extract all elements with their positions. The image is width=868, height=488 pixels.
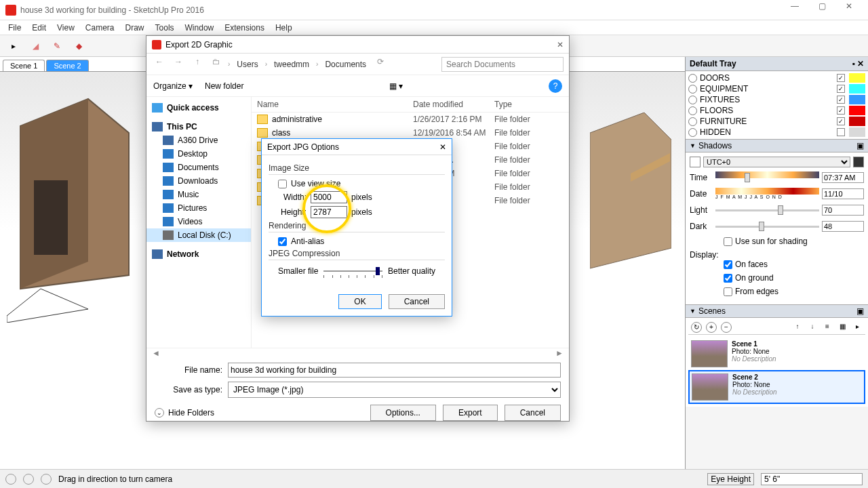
forward-icon[interactable]: → — [171, 57, 186, 72]
time-input[interactable] — [822, 172, 864, 183]
eye-height-input[interactable] — [761, 473, 863, 485]
menu-tools[interactable]: Tools — [150, 22, 180, 34]
layer-visible-checkbox[interactable] — [837, 106, 845, 115]
sidebar-item-quickaccess[interactable]: Quick access — [146, 101, 251, 115]
status-icon[interactable] — [23, 474, 34, 485]
organize-button[interactable]: Organize ▾ — [153, 81, 193, 91]
layer-visible-checkbox[interactable] — [837, 74, 845, 82]
ok-button[interactable]: OK — [338, 294, 381, 309]
sidebar-item-thispc[interactable]: This PC — [146, 120, 251, 134]
menu-camera[interactable]: Camera — [80, 22, 120, 34]
layer-visible-checkbox[interactable] — [837, 117, 845, 125]
status-icon[interactable] — [5, 474, 16, 485]
chevron-down-icon[interactable]: ⌄ — [155, 408, 164, 418]
new-folder-button[interactable]: New folder — [205, 81, 243, 91]
file-row[interactable]: class12/19/2016 8:54 AMFile folder — [252, 126, 569, 140]
sidebar-item-network[interactable]: Network — [146, 247, 251, 261]
options-button[interactable]: Options... — [370, 405, 436, 421]
sidebar-item[interactable]: Music — [146, 188, 251, 201]
scene-tab-2[interactable]: Scene 2 — [46, 60, 88, 71]
scene-item[interactable]: Scene 2 Photo: None No Description — [688, 370, 865, 404]
dark-input[interactable] — [822, 221, 864, 232]
layer-radio[interactable] — [688, 96, 697, 104]
shadows-panel-header[interactable]: ▼Shadows▣ — [686, 139, 868, 152]
light-slider[interactable] — [715, 204, 819, 216]
sidebar-item[interactable]: Downloads — [146, 174, 251, 188]
cancel-button[interactable]: Cancel — [505, 405, 561, 421]
close-icon[interactable]: ✕ — [557, 40, 564, 49]
sidebar-item-localdisk[interactable]: Local Disk (C:) — [146, 228, 251, 242]
col-type[interactable]: Type — [494, 100, 512, 109]
layer-swatch[interactable] — [849, 117, 865, 126]
cancel-button[interactable]: Cancel — [389, 294, 445, 309]
height-input[interactable] — [311, 206, 347, 218]
layer-radio[interactable] — [688, 74, 697, 83]
status-icon[interactable] — [41, 474, 52, 485]
quality-slider[interactable] — [323, 264, 382, 278]
filename-input[interactable] — [228, 363, 561, 378]
layer-radio[interactable] — [688, 128, 697, 137]
menu-extensions[interactable]: Extensions — [219, 22, 270, 34]
scene-refresh-icon[interactable]: ↻ — [691, 322, 702, 333]
date-input[interactable] — [822, 188, 864, 199]
use-view-size-checkbox[interactable] — [278, 180, 287, 188]
scene-tab-1[interactable]: Scene 1 — [3, 60, 45, 71]
scroll-right-icon[interactable]: ► — [555, 348, 564, 357]
close-icon[interactable]: ▣ — [856, 141, 864, 150]
layer-swatch[interactable] — [849, 95, 865, 104]
col-date[interactable]: Date modified — [413, 100, 494, 109]
sidebar-item[interactable]: Pictures — [146, 201, 251, 215]
layer-radio[interactable] — [688, 106, 697, 115]
search-input[interactable] — [441, 57, 564, 72]
from-edges-checkbox[interactable] — [724, 287, 732, 296]
minimize-button[interactable]: — — [781, 1, 808, 19]
menu-window[interactable]: Window — [180, 22, 220, 34]
layer-visible-checkbox[interactable] — [837, 85, 845, 93]
width-input[interactable] — [311, 191, 347, 203]
scroll-left-icon[interactable]: ◄ — [152, 348, 160, 357]
close-icon[interactable]: ▣ — [856, 306, 864, 316]
view-mode-icon[interactable]: ▦ ▾ — [389, 81, 403, 91]
menu-draw[interactable]: Draw — [120, 22, 150, 34]
light-input[interactable] — [822, 205, 864, 216]
up-icon[interactable]: ↑ — [190, 57, 205, 72]
close-button[interactable]: ✕ — [835, 1, 863, 19]
scene-item[interactable]: Scene 1 Photo: None No Description — [688, 338, 865, 370]
menu-view[interactable]: View — [52, 22, 80, 34]
timezone-select[interactable]: UTC+0 — [703, 157, 850, 167]
on-ground-checkbox[interactable] — [724, 274, 732, 283]
shadow-info-icon[interactable] — [853, 157, 864, 167]
refresh-icon[interactable]: ⟳ — [373, 57, 388, 72]
scenes-panel-header[interactable]: ▼Scenes▣ — [686, 304, 868, 318]
shadow-toggle-icon[interactable] — [690, 157, 701, 167]
layer-visible-checkbox[interactable] — [837, 128, 845, 136]
back-icon[interactable]: ← — [152, 57, 167, 72]
eraser-tool-icon[interactable]: ◢ — [26, 37, 45, 55]
sidebar-item[interactable]: Videos — [146, 215, 251, 228]
dark-slider[interactable] — [715, 220, 819, 232]
maximize-button[interactable]: ▢ — [808, 1, 835, 19]
select-tool-icon[interactable]: ▸ — [4, 37, 23, 55]
bucket-tool-icon[interactable]: ◆ — [69, 37, 88, 55]
sidebar-item[interactable]: Documents — [146, 161, 251, 174]
layer-swatch[interactable] — [849, 127, 865, 137]
date-slider[interactable]: J F M A M J J A S O N D — [715, 188, 819, 200]
menu-file[interactable]: File — [3, 22, 26, 34]
sidebar-item[interactable]: Desktop — [146, 147, 251, 161]
menu-edit[interactable]: Edit — [26, 22, 52, 34]
sidebar-item[interactable]: A360 Drive — [146, 134, 251, 147]
breadcrumb[interactable]: Documents — [322, 60, 369, 69]
export-button[interactable]: Export — [443, 405, 498, 421]
menu-help[interactable]: Help — [270, 22, 298, 34]
close-icon[interactable]: ✕ — [439, 142, 446, 152]
anti-alias-checkbox[interactable] — [278, 237, 287, 246]
layer-visible-checkbox[interactable] — [837, 96, 845, 104]
help-icon[interactable]: ? — [549, 79, 562, 93]
layer-swatch[interactable] — [849, 84, 865, 94]
scene-add-icon[interactable]: + — [706, 322, 717, 333]
scene-remove-icon[interactable]: − — [721, 322, 732, 333]
col-name[interactable]: Name — [257, 100, 413, 109]
layer-radio[interactable] — [688, 117, 697, 126]
use-sun-checkbox[interactable] — [724, 237, 732, 246]
hide-folders-button[interactable]: Hide Folders — [168, 408, 214, 418]
